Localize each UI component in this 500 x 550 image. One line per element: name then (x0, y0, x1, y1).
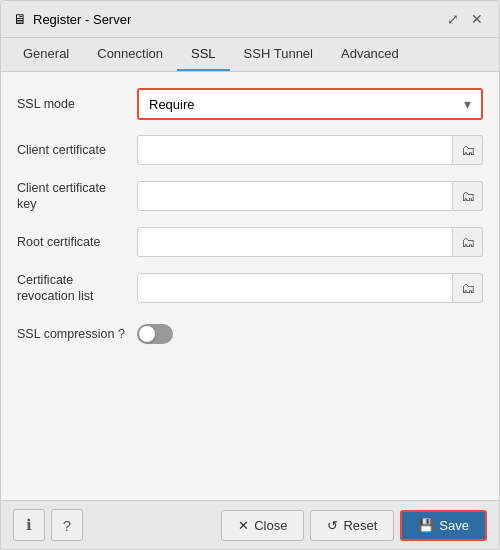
cert-revocation-control: 🗂 (137, 273, 483, 303)
footer-right: ✕ Close ↺ Reset 💾 Save (221, 510, 487, 541)
title-bar-left: 🖥 Register - Server (13, 11, 131, 27)
client-certificate-key-input[interactable] (137, 181, 453, 211)
client-certificate-control: 🗂 (137, 135, 483, 165)
client-certificate-label: Client certificate (17, 142, 137, 158)
ssl-compression-row: SSL compression ? (17, 316, 483, 352)
client-certificate-key-browse-button[interactable]: 🗂 (453, 181, 483, 211)
info-icon: ℹ (26, 516, 32, 534)
root-certificate-file-row: 🗂 (137, 227, 483, 257)
help-button[interactable]: ? (51, 509, 83, 541)
cert-revocation-file-row: 🗂 (137, 273, 483, 303)
client-certificate-input[interactable] (137, 135, 453, 165)
tab-connection[interactable]: Connection (83, 38, 177, 71)
cert-revocation-row: Certificate revocation list 🗂 (17, 270, 483, 306)
close-label: Close (254, 518, 287, 533)
client-certificate-row: Client certificate 🗂 (17, 132, 483, 168)
register-server-window: 🖥 Register - Server ⤢ ✕ General Connecti… (0, 0, 500, 550)
root-certificate-browse-button[interactable]: 🗂 (453, 227, 483, 257)
cert-revocation-input[interactable] (137, 273, 453, 303)
tab-advanced[interactable]: Advanced (327, 38, 413, 71)
tab-ssh-tunnel[interactable]: SSH Tunnel (230, 38, 327, 71)
client-certificate-file-row: 🗂 (137, 135, 483, 165)
close-window-button[interactable]: ✕ (467, 9, 487, 29)
window-icon: 🖥 (13, 11, 27, 27)
ssl-compression-control (137, 324, 483, 344)
expand-button[interactable]: ⤢ (443, 9, 463, 29)
ssl-compression-toggle-wrap (137, 324, 173, 344)
window-title: Register - Server (33, 12, 131, 27)
footer-left: ℹ ? (13, 509, 83, 541)
ssl-mode-select[interactable]: Require (137, 88, 483, 120)
reset-icon: ↺ (327, 518, 338, 533)
close-icon: ✕ (238, 518, 249, 533)
ssl-mode-label: SSL mode (17, 96, 137, 112)
title-bar: 🖥 Register - Server ⤢ ✕ (1, 1, 499, 38)
root-certificate-input[interactable] (137, 227, 453, 257)
ssl-mode-control: Require (137, 88, 483, 120)
client-certificate-key-row: Client certificate key 🗂 (17, 178, 483, 214)
help-icon: ? (63, 517, 71, 534)
client-certificate-browse-button[interactable]: 🗂 (453, 135, 483, 165)
footer: ℹ ? ✕ Close ↺ Reset 💾 Save (1, 500, 499, 549)
ssl-mode-row: SSL mode Require (17, 86, 483, 122)
ssl-compression-label: SSL compression ? (17, 326, 137, 342)
ssl-compression-toggle[interactable] (137, 324, 173, 344)
client-certificate-key-label: Client certificate key (17, 180, 137, 213)
reset-label: Reset (343, 518, 377, 533)
save-button[interactable]: 💾 Save (400, 510, 487, 541)
root-certificate-label: Root certificate (17, 234, 137, 250)
toggle-knob (139, 326, 155, 342)
chevron-down-icon (464, 96, 471, 112)
title-bar-controls: ⤢ ✕ (443, 9, 487, 29)
root-certificate-row: Root certificate 🗂 (17, 224, 483, 260)
tab-ssl[interactable]: SSL (177, 38, 230, 71)
save-icon: 💾 (418, 518, 434, 533)
client-certificate-key-file-row: 🗂 (137, 181, 483, 211)
client-certificate-key-control: 🗂 (137, 181, 483, 211)
ssl-form: SSL mode Require Client certificate 🗂 Cl… (1, 72, 499, 500)
root-certificate-control: 🗂 (137, 227, 483, 257)
tabs-bar: General Connection SSL SSH Tunnel Advanc… (1, 38, 499, 72)
close-button[interactable]: ✕ Close (221, 510, 304, 541)
info-button[interactable]: ℹ (13, 509, 45, 541)
cert-revocation-browse-button[interactable]: 🗂 (453, 273, 483, 303)
reset-button[interactable]: ↺ Reset (310, 510, 394, 541)
tab-general[interactable]: General (9, 38, 83, 71)
cert-revocation-label: Certificate revocation list (17, 272, 137, 305)
save-label: Save (439, 518, 469, 533)
ssl-mode-value: Require (149, 97, 195, 112)
